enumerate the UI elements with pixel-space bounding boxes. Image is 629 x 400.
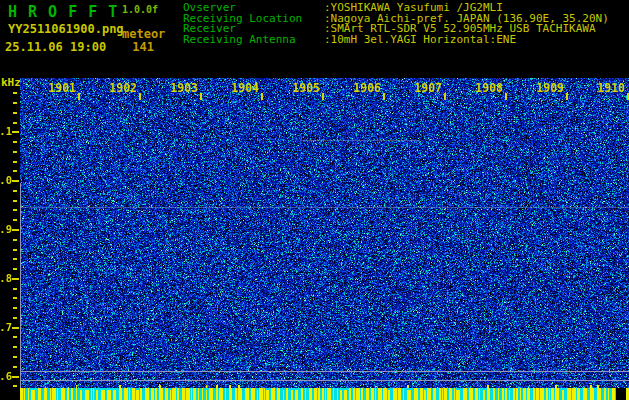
signal-level-ribbon — [20, 388, 629, 400]
y-major-tick — [12, 376, 19, 378]
y-minor-tick — [13, 268, 17, 270]
x-minute-tick — [200, 93, 202, 100]
y-major-tick — [12, 229, 19, 231]
time-label: 1908 — [475, 81, 503, 95]
y-minor-tick — [13, 356, 17, 358]
time-label: 1904 — [231, 81, 259, 95]
time-label: 1909 — [536, 81, 564, 95]
time-label: 1905 — [292, 81, 320, 95]
time-label: 1903 — [170, 81, 198, 95]
y-minor-tick — [13, 385, 17, 387]
y-minor-tick — [13, 219, 17, 221]
app-title: H R O F F T — [8, 3, 118, 21]
time-label: 1910 — [597, 81, 625, 95]
x-minute-tick — [139, 93, 141, 100]
y-major-tick — [12, 131, 19, 133]
y-tick-label: 0.9 — [0, 223, 12, 235]
y-axis-unit: kHz — [1, 76, 21, 89]
y-minor-tick — [13, 258, 17, 260]
reference-line-upper — [20, 371, 629, 372]
station-info: Ovserver:YOSHIKAWA Yasufumi /JG2MLI Rece… — [183, 3, 609, 45]
y-major-tick — [12, 180, 19, 182]
y-minor-tick — [13, 336, 17, 338]
x-minute-tick — [322, 93, 324, 100]
info-row-antenna: Receiving Antenna:10mH 3el.YAGI Horizont… — [183, 35, 609, 46]
y-minor-tick — [13, 190, 17, 192]
y-minor-tick — [13, 102, 17, 104]
datetime-label: 25.11.06 19:00 — [5, 40, 106, 54]
y-minor-tick — [13, 297, 17, 299]
y-minor-tick — [13, 141, 17, 143]
y-tick-label: 1.0 — [0, 174, 12, 186]
y-minor-tick — [13, 288, 17, 290]
info-value: :10mH 3el.YAGI Horizontal:ENE — [324, 35, 516, 46]
y-minor-tick — [13, 200, 17, 202]
y-minor-tick — [13, 122, 17, 124]
x-minute-tick — [261, 93, 263, 100]
reference-line-lower — [20, 380, 629, 381]
time-label: 1906 — [353, 81, 381, 95]
y-minor-tick — [13, 161, 17, 163]
y-minor-tick — [13, 112, 17, 114]
y-tick-label: 0.8 — [0, 272, 12, 284]
app-window: H R O F F T 1.0.0f YY2511061900.png mete… — [0, 0, 629, 400]
x-minute-tick — [383, 93, 385, 100]
spectrogram-canvas — [20, 78, 629, 388]
y-major-tick — [12, 278, 19, 280]
y-tick-label: 0.7 — [0, 321, 12, 333]
time-label: 1907 — [414, 81, 442, 95]
mode-label: meteor — [122, 27, 165, 41]
y-minor-tick — [13, 317, 17, 319]
y-minor-tick — [13, 366, 17, 368]
time-label: 1902 — [109, 81, 137, 95]
y-minor-tick — [13, 249, 17, 251]
app-version: 1.0.0f — [122, 4, 158, 15]
y-minor-tick — [13, 239, 17, 241]
y-major-tick — [12, 327, 19, 329]
time-label: 1901 — [48, 81, 76, 95]
plot-left-border — [20, 183, 21, 388]
y-minor-tick — [13, 92, 17, 94]
x-minute-tick — [78, 93, 80, 100]
y-minor-tick — [13, 209, 17, 211]
x-minute-tick — [566, 93, 568, 100]
output-filename: YY2511061900.png — [8, 22, 124, 36]
info-label: Receiving Antenna — [183, 35, 324, 46]
y-minor-tick — [13, 307, 17, 309]
y-tick-label: 0.6 — [0, 370, 12, 382]
y-minor-tick — [13, 170, 17, 172]
echo-count: 141 — [130, 40, 154, 54]
y-tick-label: 1.1 — [0, 125, 12, 137]
y-minor-tick — [13, 151, 17, 153]
y-minor-tick — [13, 346, 17, 348]
x-minute-tick — [505, 93, 507, 100]
x-minute-tick — [444, 93, 446, 100]
